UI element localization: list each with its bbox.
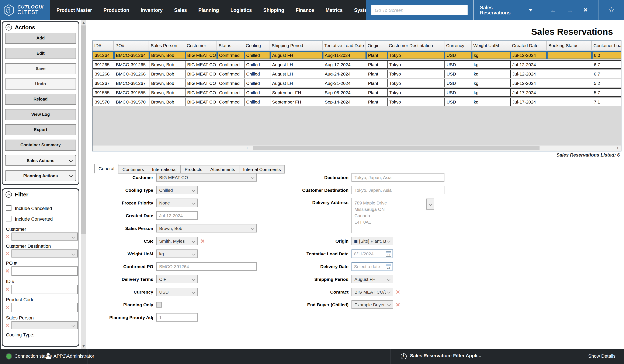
cooling-type-select[interactable]: Chilled (156, 186, 198, 194)
contract-select[interactable]: BIG MEAT CO/B (351, 288, 393, 296)
column-header-tentative-load-date[interactable]: Tentative Load Date (323, 41, 366, 50)
collapse-chevron-icon[interactable] (5, 24, 12, 30)
sales-actions-dropdown[interactable]: Sales Actions (5, 155, 76, 166)
back-arrow-icon[interactable]: ← (545, 6, 562, 14)
menu-item-inventory[interactable]: Inventory (141, 7, 163, 13)
undo-button[interactable]: Undo (5, 78, 76, 90)
planning-actions-dropdown[interactable]: Planning Actions (5, 170, 76, 181)
clear-icon[interactable]: ✕ (4, 268, 11, 274)
include-cancelled-checkbox[interactable] (6, 205, 11, 211)
calendar-icon[interactable]: 15 (386, 264, 391, 269)
column-header-booking-status[interactable]: Booking Status (547, 41, 592, 50)
show-details-link[interactable]: Show Details (588, 353, 616, 359)
calendar-icon[interactable]: 15 (386, 251, 391, 256)
scroll-right-icon[interactable]: › (615, 146, 620, 151)
sidebar-scrollbar-thumb[interactable] (81, 25, 86, 234)
edit-button[interactable]: Edit (5, 48, 76, 59)
menu-item-shipping[interactable]: Shipping (263, 7, 284, 13)
clear-icon[interactable]: ✕ (4, 305, 11, 311)
menu-item-metrics[interactable]: Metrics (326, 7, 343, 13)
delivery-terms-select[interactable]: CIF (156, 275, 198, 283)
status-message[interactable]: Sales Reservation: Filter Appli... (410, 353, 481, 358)
column-header-po[interactable]: PO# (114, 41, 149, 50)
column-header-id[interactable]: ID# (93, 41, 114, 50)
delivery-address-dropdown-button[interactable] (426, 198, 434, 210)
menu-item-product-master[interactable]: Product Master (56, 7, 92, 13)
go-to-screen-input[interactable] (371, 5, 468, 15)
end-buyer-chilled-select[interactable]: Example Buyer (351, 300, 393, 309)
origin-select[interactable]: [Site] Plant, B (351, 237, 393, 245)
id-filter-input[interactable] (11, 285, 78, 294)
menu-item-logistics[interactable]: Logistics (231, 7, 252, 13)
view-log-button[interactable]: View Log (5, 109, 76, 120)
clear-icon[interactable]: ✕ (395, 301, 401, 308)
clear-icon[interactable]: ✕ (200, 238, 206, 244)
column-header-currency[interactable]: Currency (444, 41, 472, 50)
created-date-input[interactable]: Jul-12-2024 (156, 211, 198, 220)
grid-row-391570[interactable]: 391570BMCO-391570Brown, BobBIG MEAT COCo… (93, 97, 622, 106)
scroll-down-icon[interactable]: ▼ (81, 344, 86, 349)
include-converted-checkbox[interactable] (6, 216, 11, 221)
menu-item-production[interactable]: Production (103, 7, 129, 13)
column-header-customer-destintation[interactable]: Customer Destintation (387, 41, 444, 50)
menu-item-sales[interactable]: Sales (174, 7, 187, 13)
clear-icon[interactable]: ✕ (4, 250, 11, 256)
grid-row-391555[interactable]: 391555BMCO-391555Brown, BobBIG MEAT COCo… (93, 88, 622, 97)
grid-hscroll-thumb[interactable] (253, 146, 540, 150)
product-code-filter-input[interactable] (11, 303, 78, 312)
reload-button[interactable]: Reload (5, 94, 76, 105)
clear-icon[interactable]: ✕ (4, 322, 11, 328)
tentative-load-date-input[interactable]: 8/11/202415 (351, 249, 393, 258)
column-header-weight-uofm[interactable]: Weight UofM (472, 41, 510, 50)
currency-select[interactable]: USD (156, 288, 198, 296)
delivery-address-textarea[interactable]: 789 Maple DriveMissisauga ONCanadaL4T 0A… (351, 198, 435, 233)
forward-arrow-icon[interactable]: → (562, 6, 578, 14)
customer-destination-filter-select[interactable] (11, 249, 78, 258)
grid-row-391267[interactable]: 391267BMCO-391267Brown, BobBIG MEAT COCo… (93, 79, 622, 87)
tab-general[interactable]: General (94, 164, 119, 173)
menu-item-finance[interactable]: Finance (296, 7, 314, 13)
column-header-origin[interactable]: Origin (366, 41, 387, 50)
planning-only-checkbox[interactable] (156, 302, 162, 307)
column-header-container-load[interactable]: Container Load (592, 41, 622, 50)
grid-row-391265[interactable]: 391265BMCO-391265Brown, BobBIG MEAT COCo… (93, 60, 622, 69)
add-button[interactable]: Add (5, 33, 76, 44)
column-header-created-date[interactable]: Created Date (510, 41, 547, 50)
weight-uom-select[interactable]: kg (156, 249, 198, 258)
scroll-up-icon[interactable]: ▲ (81, 20, 86, 25)
customer-select[interactable]: BIG MEAT CO (156, 173, 257, 182)
column-header-sales-person[interactable]: Sales Person (149, 41, 185, 50)
container-summary-button[interactable]: Container Summary (5, 140, 76, 151)
clear-icon[interactable]: ✕ (4, 234, 11, 240)
scroll-left-icon[interactable]: ‹ (244, 146, 250, 151)
close-screen-icon[interactable]: ✕ (578, 7, 593, 13)
menu-item-planning[interactable]: Planning (198, 7, 219, 13)
planning-priority-adj-input[interactable]: 1 (156, 313, 198, 322)
column-header-customer[interactable]: Customer (185, 41, 217, 50)
sales-person-select[interactable]: Brown, Bob (156, 224, 257, 233)
customer-destination-input[interactable]: Tokyo, Japan, Asia (351, 186, 444, 194)
save-button[interactable]: Save (5, 63, 76, 74)
column-header-shipping-period[interactable]: Shipping Period (270, 41, 323, 50)
po-filter-input[interactable] (11, 267, 78, 276)
confirmed-po-input[interactable]: BMCO-391264 (156, 262, 257, 271)
shipping-period-select[interactable]: August FH (351, 275, 393, 283)
delivery-date-input[interactable]: Select a date15 (351, 262, 393, 271)
column-header-status[interactable]: Status (217, 41, 244, 50)
clear-icon[interactable]: ✕ (4, 286, 11, 292)
grid-row-391264[interactable]: 391264BMCO-391264Brown, BobBIG MEAT COCo… (93, 51, 622, 59)
column-header-cooling[interactable]: Cooling (244, 41, 270, 50)
frozen-priority-select[interactable]: None (156, 198, 198, 207)
clear-icon[interactable]: ✕ (395, 289, 401, 295)
collapse-chevron-icon[interactable] (5, 191, 12, 198)
customer-filter-select[interactable] (11, 233, 78, 241)
grid-horizontal-scrollbar[interactable]: ‹ › (93, 146, 621, 151)
grid-row-391266[interactable]: 391266BMCO-391266Brown, BobBIG MEAT COCo… (93, 70, 622, 78)
favorite-star-icon[interactable]: ☆ (599, 5, 624, 14)
sidebar-scrollbar[interactable]: ▲ ▼ (81, 20, 86, 349)
destination-input[interactable]: Tokyo, Japan, Asia (351, 173, 444, 182)
screen-selector-dropdown[interactable]: Sales Reservations (473, 5, 539, 15)
sales-person-filter-select[interactable] (11, 321, 78, 329)
export-button[interactable]: Export (5, 124, 76, 135)
csr-select[interactable]: Smith, Myles (156, 237, 198, 245)
